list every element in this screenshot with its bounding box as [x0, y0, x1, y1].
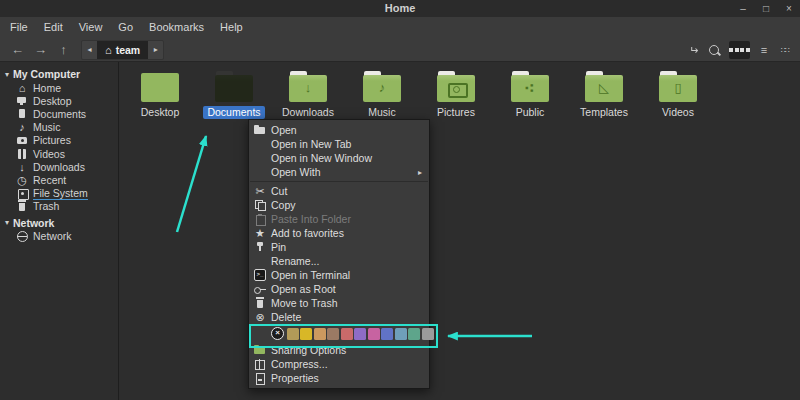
files-area: Desktop Documents: [119, 62, 800, 400]
file-documents[interactable]: Documents: [202, 71, 266, 120]
folder-icon: ▯: [659, 71, 697, 102]
file-label: Pictures: [433, 106, 479, 119]
list-view-icon[interactable]: ≡: [757, 44, 771, 56]
context-menu: Open Open in New Tab Open in New Window: [248, 119, 430, 389]
menubar-item-go[interactable]: Go: [110, 17, 141, 38]
compress-icon: [254, 358, 266, 370]
icon-view-button[interactable]: [729, 41, 750, 59]
sidebar-item-label: Music: [33, 121, 60, 133]
menu-item-open[interactable]: Open: [249, 123, 429, 137]
menu-item-add-to-favorites[interactable]: ★ Add to favorites: [249, 226, 429, 240]
folder-icon: [141, 71, 179, 102]
videos-glyph: ▯: [659, 80, 697, 96]
file-music[interactable]: ♪ Music: [350, 71, 414, 120]
file-label: Music: [364, 106, 399, 119]
sidebar-item-documents[interactable]: Documents: [0, 107, 118, 120]
sidebar-item-file-system[interactable]: File System: [0, 187, 118, 200]
titlebar: Home – □ ×: [0, 0, 800, 17]
sidebar-item-home[interactable]: ⌂ Home: [0, 81, 118, 94]
download-glyph: ↓: [289, 80, 327, 96]
camera-glyph: [437, 80, 475, 96]
sidebar-item-trash[interactable]: Trash: [0, 200, 118, 213]
menubar-item-help[interactable]: Help: [212, 17, 251, 38]
menubar-item-file[interactable]: File: [2, 17, 36, 38]
file-videos[interactable]: ▯ Videos: [646, 71, 710, 120]
menubar-item-bookmarks[interactable]: Bookmarks: [141, 17, 212, 38]
maximize-icon[interactable]: □: [761, 1, 771, 16]
sidebar-item-desktop[interactable]: Desktop: [0, 94, 118, 107]
menu-item-delete[interactable]: ⊗ Delete: [249, 310, 429, 324]
toggle-location-entry-icon[interactable]: ↵: [687, 44, 701, 57]
files-grid: Desktop Documents: [128, 71, 710, 120]
search-icon[interactable]: [708, 44, 722, 57]
download-icon: ↓: [16, 161, 28, 173]
open-folder-icon: [254, 124, 266, 136]
menu-item-cut[interactable]: ✂ Cut: [249, 184, 429, 198]
menu-item-properties[interactable]: Properties: [249, 371, 429, 385]
star-icon: ★: [254, 227, 266, 239]
sidebar-item-recent[interactable]: ◷ Recent: [0, 173, 118, 186]
file-label: Documents: [203, 106, 264, 119]
desktop-icon: [16, 95, 28, 107]
breadcrumb-location[interactable]: ⌂ team: [97, 41, 148, 59]
back-icon[interactable]: ←: [6, 39, 29, 61]
cut-icon: ✂: [254, 185, 266, 197]
context-menu-group-tools: Sharing Options Compress... Properties: [249, 343, 429, 385]
toolbar-right: ↵ ≡ ∷∷: [687, 38, 792, 62]
drive-icon: [16, 187, 28, 199]
menu-item-pin[interactable]: Pin: [249, 240, 429, 254]
file-public[interactable]: ∴ Public: [498, 71, 562, 120]
forward-icon[interactable]: →: [29, 39, 52, 61]
sidebar-section-network[interactable]: ▾ Network: [0, 216, 118, 230]
menu-item-open-with[interactable]: Open With ▸: [249, 165, 429, 179]
folder-icon: ♪: [363, 71, 401, 102]
sidebar-item-network[interactable]: Network: [0, 230, 118, 243]
compact-view-icon[interactable]: ∷∷: [778, 46, 792, 55]
sidebar-item-music[interactable]: ♪ Music: [0, 121, 118, 134]
file-manager-window: Home – □ × FileEditViewGoBookmarksHelp ←…: [0, 0, 800, 400]
menubar-item-view[interactable]: View: [71, 17, 111, 38]
menu-item-open-in-terminal[interactable]: >_ Open in Terminal: [249, 268, 429, 282]
copy-icon: [254, 199, 266, 211]
menu-item-move-to-trash[interactable]: Move to Trash: [249, 296, 429, 310]
file-desktop[interactable]: Desktop: [128, 71, 192, 120]
file-downloads[interactable]: ↓ Downloads: [276, 71, 340, 120]
file-templates[interactable]: ◺ Templates: [572, 71, 636, 120]
pin-icon: [254, 241, 266, 253]
submenu-arrow-icon: ▸: [418, 168, 422, 177]
menu-item-paste-into-folder[interactable]: Paste Into Folder: [249, 212, 429, 226]
toolbar: ← → ↑ ◂ ⌂ team ▸ ↵ ≡ ∷∷: [0, 38, 800, 62]
sidebar-section-label: My Computer: [13, 68, 80, 80]
folder-icon: [215, 71, 253, 102]
music-glyph: ♪: [363, 80, 401, 96]
breadcrumb-next-icon[interactable]: ▸: [148, 41, 163, 59]
sidebar-item-pictures[interactable]: Pictures: [0, 134, 118, 147]
menu-item-compress[interactable]: Compress...: [249, 357, 429, 371]
home-icon: ⌂: [105, 44, 112, 56]
folder-icon: ∴: [511, 71, 549, 102]
clock-icon: ◷: [16, 174, 28, 186]
expander-icon: ▾: [5, 70, 9, 79]
sidebar-section-my-computer[interactable]: ▾ My Computer: [0, 67, 118, 81]
close-icon[interactable]: ×: [784, 1, 794, 16]
sidebar-item-downloads[interactable]: ↓ Downloads: [0, 160, 118, 173]
menu-item-copy[interactable]: Copy: [249, 198, 429, 212]
annotation-highlight-rect: [249, 324, 438, 348]
menu-item-open-as-root[interactable]: Open as Root: [249, 282, 429, 296]
menubar: FileEditViewGoBookmarksHelp: [0, 17, 800, 38]
minimize-icon[interactable]: –: [738, 1, 748, 16]
sidebar-item-videos[interactable]: Videos: [0, 147, 118, 160]
up-icon[interactable]: ↑: [52, 39, 75, 61]
sidebar-list: Network: [0, 230, 118, 243]
menu-item-open-in-new-tab[interactable]: Open in New Tab: [249, 137, 429, 151]
context-menu-group-open: Open Open in New Tab Open in New Window: [249, 123, 429, 179]
file-pictures[interactable]: Pictures: [424, 71, 488, 120]
menu-item-open-in-new-window[interactable]: Open in New Window: [249, 151, 429, 165]
breadcrumb-prev-icon[interactable]: ◂: [82, 41, 97, 59]
menu-item-rename[interactable]: Rename...: [249, 254, 429, 268]
file-label: Templates: [576, 106, 632, 119]
sidebar-item-label: Recent: [33, 174, 66, 186]
sidebar-item-label: Network: [33, 230, 72, 242]
menubar-item-edit[interactable]: Edit: [36, 17, 71, 38]
sidebar-item-label: Trash: [33, 200, 59, 212]
